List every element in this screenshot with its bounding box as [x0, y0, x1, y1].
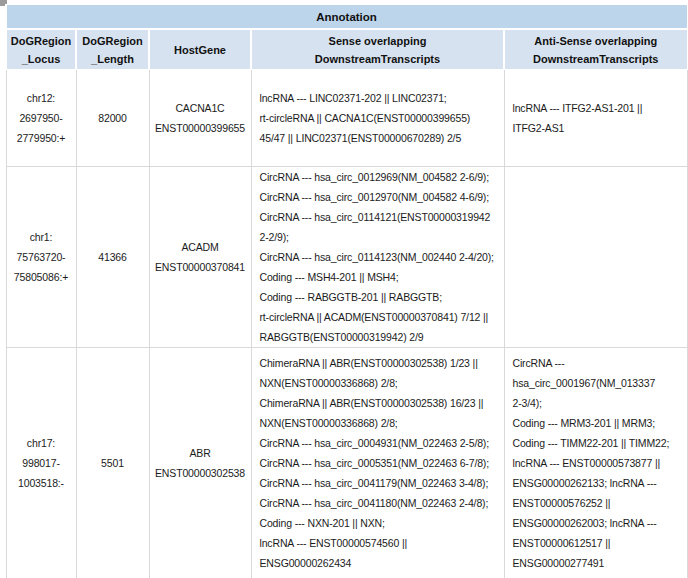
sense-transcripts-cell: ChimeraRNA || ABR(ENST00000302538) 1/23 … — [251, 348, 504, 578]
length-cell: 41366 — [76, 167, 149, 348]
locus-cell: chr12: 2697950- 2779950:+ — [6, 70, 76, 167]
column-header-row: DoGRegion _Locus DoGRegion _Length HostG… — [6, 29, 687, 70]
antisense-transcripts-cell: lncRNA --- ITFG2-AS1-201 || ITFG2-AS1 — [504, 70, 687, 167]
annotation-table: Annotation DoGRegion _Locus DoGRegion _L… — [5, 4, 688, 578]
antisense-transcripts-cell — [504, 167, 687, 348]
table-title: Annotation — [6, 5, 687, 30]
column-header-hostgene: HostGene — [149, 29, 251, 70]
length-cell: 5501 — [76, 348, 149, 578]
locus-cell: chr17: 998017- 1003518:- — [6, 348, 76, 578]
length-cell: 82000 — [76, 70, 149, 167]
sense-transcripts-cell: lncRNA --- LINC02371-202 || LINC02371; r… — [251, 70, 504, 167]
locus-cell: chr1: 75763720- 75805086:+ — [6, 167, 76, 348]
column-header-dogregion-locus: DoGRegion _Locus — [6, 29, 76, 70]
column-header-dogregion-length: DoGRegion _Length — [76, 29, 149, 70]
column-header-antisense-overlapping: Anti-Sense overlapping DownstreamTranscr… — [504, 29, 687, 70]
table-row: chr12: 2697950- 2779950:+ 82000 CACNA1C … — [6, 70, 687, 167]
hostgene-cell: ABR ENST00000302538 — [149, 348, 251, 578]
table-row: chr1: 75763720- 75805086:+ 41366 ACADM E… — [6, 167, 687, 348]
table-row: chr17: 998017- 1003518:- 5501 ABR ENST00… — [6, 348, 687, 578]
column-header-sense-overlapping: Sense overlapping DownstreamTranscripts — [251, 29, 504, 70]
table-title-row: Annotation — [6, 5, 687, 30]
hostgene-cell: CACNA1C ENST00000399655 — [149, 70, 251, 167]
antisense-transcripts-cell: CircRNA --- hsa_circ_0001967(NM_013337 2… — [504, 348, 687, 578]
hostgene-cell: ACADM ENST00000370841 — [149, 167, 251, 348]
sense-transcripts-cell: CircRNA --- hsa_circ_0012969(NM_004582 2… — [251, 167, 504, 348]
